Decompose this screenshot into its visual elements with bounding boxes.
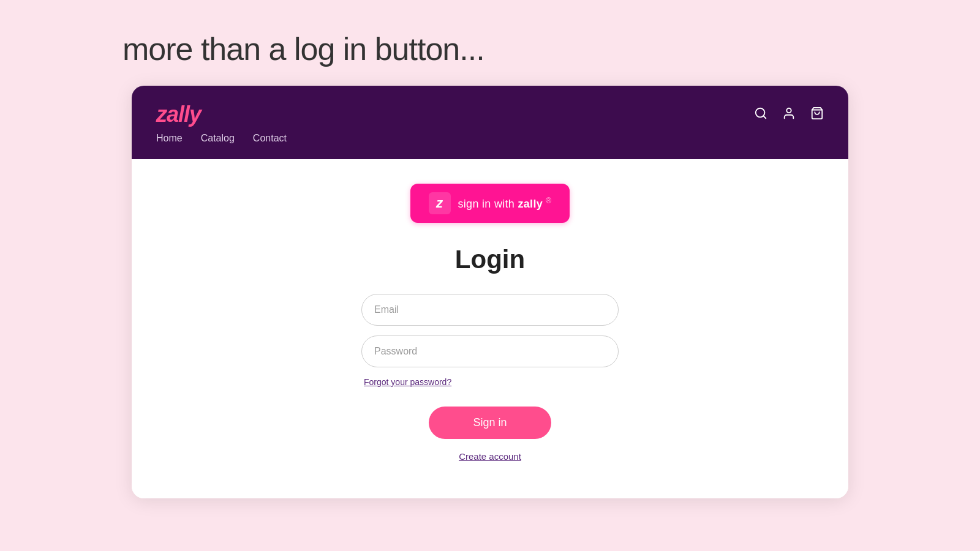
- zally-z-icon: z: [429, 192, 451, 214]
- svg-line-1: [763, 116, 766, 118]
- signin-button[interactable]: Sign in: [429, 407, 551, 439]
- navbar: zally: [132, 86, 848, 159]
- nav-link-catalog[interactable]: Catalog: [201, 133, 235, 144]
- user-icon[interactable]: [782, 107, 796, 122]
- logo[interactable]: zally: [156, 102, 201, 127]
- login-form: Forgot your password? Sign in Create acc…: [361, 294, 619, 462]
- create-account-link[interactable]: Create account: [459, 451, 521, 462]
- navbar-top: zally: [156, 96, 824, 133]
- nav-link-home[interactable]: Home: [156, 133, 183, 144]
- nav-link-contact[interactable]: Contact: [253, 133, 287, 144]
- search-icon[interactable]: [754, 107, 767, 122]
- main-card: zally: [132, 86, 848, 498]
- zally-signin-label: sign in with zally ®: [458, 197, 552, 211]
- login-content: z sign in with zally ® Login Forgot your…: [132, 159, 848, 498]
- email-input[interactable]: [361, 294, 619, 326]
- svg-point-2: [786, 108, 791, 113]
- tagline-text: more than a log in button...: [123, 31, 484, 67]
- cart-icon[interactable]: [810, 107, 824, 122]
- nav-icons: [754, 107, 824, 122]
- tagline-area: more than a log in button...: [0, 0, 980, 86]
- login-title: Login: [455, 245, 525, 274]
- navbar-links: Home Catalog Contact: [156, 133, 824, 149]
- zally-signin-button[interactable]: z sign in with zally ®: [410, 184, 570, 223]
- forgot-password-link[interactable]: Forgot your password?: [364, 377, 451, 387]
- password-input[interactable]: [361, 335, 619, 367]
